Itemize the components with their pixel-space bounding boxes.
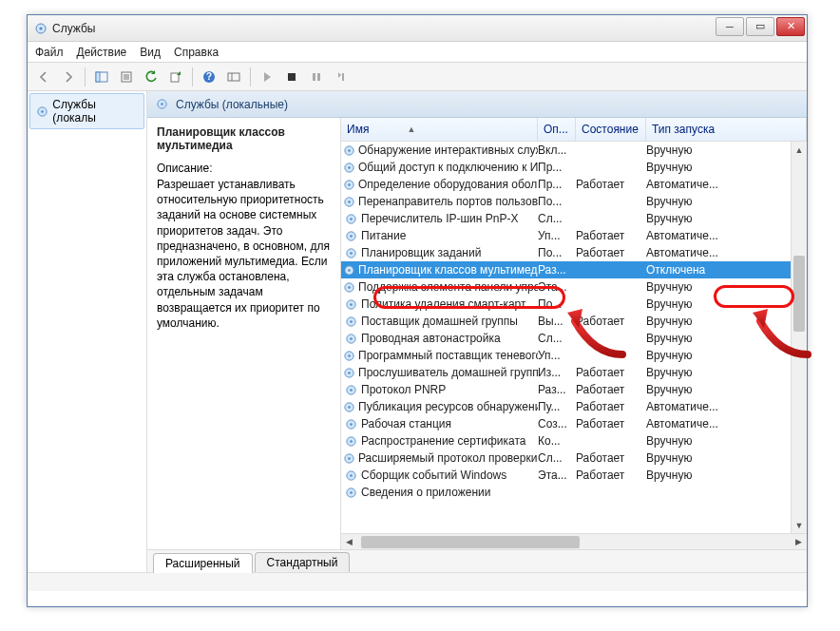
svg-point-48	[348, 372, 351, 374]
scroll-thumb[interactable]	[793, 256, 805, 332]
service-row[interactable]: Поддержка элемента панели управ...Эта...…	[341, 278, 807, 296]
menu-help[interactable]: Справка	[174, 46, 219, 59]
service-state: Работает	[576, 400, 646, 413]
service-row[interactable]: Прослушиватель домашней группыИз...Работ…	[341, 364, 807, 381]
help-button[interactable]: ?	[199, 67, 220, 87]
service-startup-type: Вручную	[646, 383, 807, 396]
horizontal-scrollbar[interactable]: ◀ ▶	[341, 533, 807, 549]
gear-icon	[343, 162, 355, 174]
gear-icon	[155, 98, 168, 111]
gear-icon	[36, 105, 48, 118]
service-state: Работает	[576, 417, 646, 430]
svg-text:?: ?	[206, 71, 212, 82]
svg-rect-3	[96, 72, 100, 82]
service-desc: Эта...	[538, 468, 576, 482]
service-row[interactable]: Сборщик событий WindowsЭта...РаботаетВру…	[341, 467, 807, 484]
tree-item-label: Службы (локалы	[52, 98, 138, 124]
service-row[interactable]: Определение оборудования оболо...Пр...Ра…	[341, 176, 807, 193]
show-hide-tree-button[interactable]	[91, 67, 112, 87]
scroll-right-icon[interactable]: ▶	[791, 534, 807, 550]
export-button[interactable]	[165, 67, 186, 87]
service-startup-type: Вручную	[646, 349, 807, 362]
right-header-label: Службы (локальные)	[176, 98, 288, 111]
scroll-left-icon[interactable]: ◀	[341, 534, 357, 550]
service-row[interactable]: Перенаправитель портов пользоват...По...…	[341, 193, 807, 210]
description-pane: Планировщик классов мультимедиа Описание…	[147, 118, 341, 549]
service-row[interactable]: Проводная автонастройкаСл...Вручную	[341, 330, 807, 347]
tree-item-services-local[interactable]: Службы (локалы	[29, 93, 144, 129]
start-service-button[interactable]	[257, 67, 277, 87]
service-name: Поддержка элемента панели управ...	[358, 280, 538, 294]
column-header-description[interactable]: Оп...	[538, 118, 576, 141]
service-row[interactable]: Программный поставщик теневого...Уп...Вр…	[341, 347, 807, 364]
service-row[interactable]: Рабочая станцияСоз...РаботаетАвтоматиче.…	[341, 415, 807, 432]
svg-rect-15	[317, 73, 320, 81]
scroll-down-icon[interactable]: ▼	[792, 517, 807, 533]
tab-extended[interactable]: Расширенный	[153, 553, 253, 573]
gear-icon	[343, 196, 355, 208]
back-button[interactable]	[33, 67, 54, 87]
gear-icon	[343, 230, 358, 242]
service-row[interactable]: Публикация ресурсов обнаружения...Пу...Р…	[341, 398, 807, 415]
svg-point-18	[41, 110, 44, 113]
console-button[interactable]	[223, 67, 244, 87]
service-row[interactable]: Поставщик домашней группыВы...РаботаетВр…	[341, 313, 807, 330]
service-state: Работает	[576, 451, 646, 465]
restart-service-button[interactable]	[331, 67, 352, 87]
service-row[interactable]: Протокол PNRPРаз...РаботаетВручную	[341, 381, 807, 398]
svg-point-42	[350, 320, 353, 323]
sort-up-icon: ▲	[407, 124, 415, 134]
svg-rect-11	[228, 73, 239, 81]
service-name: Общий доступ к подключению к И...	[358, 161, 538, 174]
properties-button[interactable]	[116, 67, 137, 87]
service-name: Прослушиватель домашней группы	[358, 366, 538, 379]
service-row[interactable]: ПитаниеУп...РаботаетАвтоматиче...	[341, 227, 807, 244]
pause-service-button[interactable]	[306, 67, 327, 87]
service-row[interactable]: Распространение сертификатаКо...Вручную	[341, 432, 807, 449]
service-state: Работает	[576, 246, 646, 259]
forward-button[interactable]	[58, 67, 79, 87]
service-row[interactable]: Сведения о приложении	[341, 484, 807, 501]
service-desc: Соз...	[538, 417, 576, 430]
gear-icon	[343, 316, 358, 328]
svg-point-56	[350, 440, 353, 443]
stop-service-button[interactable]	[281, 67, 302, 87]
svg-point-52	[348, 406, 351, 409]
menu-view[interactable]: Вид	[140, 46, 161, 59]
service-name: Определение оборудования оболо...	[358, 178, 538, 191]
refresh-button[interactable]	[141, 67, 162, 87]
service-row[interactable]: Планировщик заданийПо...РаботаетАвтомати…	[341, 244, 807, 261]
service-desc: По...	[538, 297, 576, 311]
column-header-startup-type[interactable]: Тип запуска	[646, 118, 807, 141]
services-window: Службы ─ ▭ ✕ Файл Действие Вид Справка ?	[27, 14, 808, 607]
gear-icon	[343, 452, 355, 465]
window-title: Службы	[52, 22, 95, 35]
vertical-scrollbar[interactable]: ▲ ▼	[791, 142, 807, 533]
service-row[interactable]: Обнаружение интерактивных службВкл...Вру…	[341, 142, 807, 159]
service-name: Расширяемый протокол проверки ...	[358, 451, 538, 465]
hscroll-thumb[interactable]	[361, 536, 580, 548]
titlebar[interactable]: Службы ─ ▭ ✕	[28, 15, 807, 42]
maximize-button[interactable]: ▭	[746, 17, 774, 36]
minimize-button[interactable]: ─	[716, 17, 744, 36]
tab-standard[interactable]: Стандартный	[255, 552, 351, 572]
service-row[interactable]: Расширяемый протокол проверки ...Сл...Ра…	[341, 449, 807, 467]
svg-point-54	[350, 423, 353, 426]
service-name: Планировщик классов мультимедиа	[358, 263, 538, 277]
svg-point-30	[350, 218, 353, 220]
service-row[interactable]: Планировщик классов мультимедиаРаз...Отк…	[341, 261, 807, 278]
close-button[interactable]: ✕	[776, 17, 805, 36]
service-row[interactable]: Перечислитель IP-шин PnP-XСл...Вручную	[341, 210, 807, 227]
menu-file[interactable]: Файл	[35, 46, 64, 59]
menu-action[interactable]: Действие	[77, 46, 127, 59]
column-header-state[interactable]: Состояние	[576, 118, 646, 141]
service-row[interactable]: Политика удаления смарт-картПо...Вручную	[341, 296, 807, 313]
column-header-name[interactable]: Имя▲	[341, 118, 538, 141]
service-row[interactable]: Общий доступ к подключению к И...Пр...Вр…	[341, 159, 807, 176]
service-name: Программный поставщик теневого...	[358, 349, 538, 362]
service-startup-type: Вручную	[646, 280, 807, 294]
service-startup-type: Вручную	[646, 195, 807, 208]
scroll-up-icon[interactable]: ▲	[792, 142, 807, 158]
service-name: Обнаружение интерактивных служб	[358, 143, 538, 157]
svg-point-60	[350, 474, 353, 477]
